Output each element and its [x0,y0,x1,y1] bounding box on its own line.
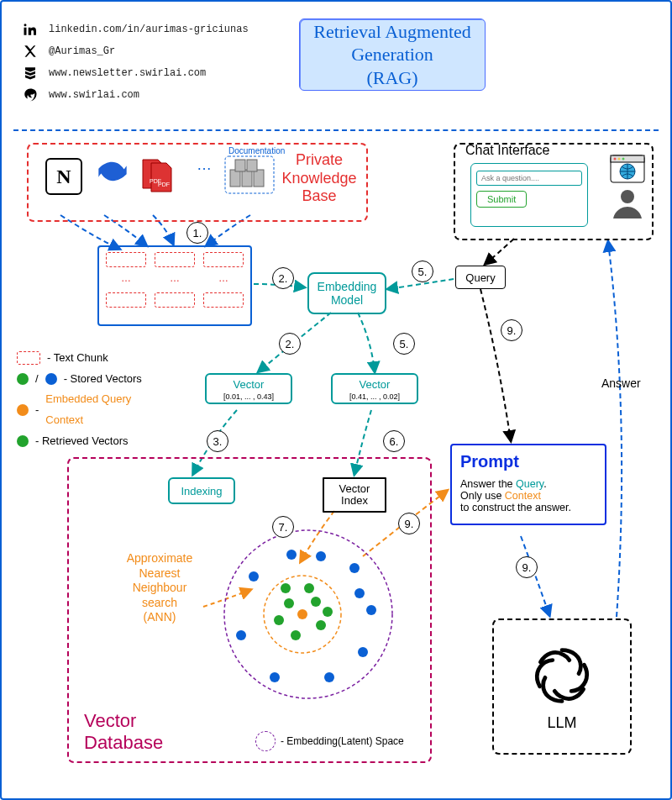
svg-point-14 [621,190,634,203]
indexing-node: Indexing [168,477,235,504]
diagram-title: Retrieval Augmented Generation (RAG) [299,18,486,91]
svg-rect-5 [254,170,264,187]
svg-point-23 [304,583,314,593]
x-handle: @Aurimas_Gr [49,45,115,57]
browser-icon [610,155,645,183]
linkedin-url: linkedin.com/in/aurimas-griciunas [49,24,249,35]
svg-point-21 [316,620,326,630]
svg-point-10 [614,158,617,161]
legend: - Text Chunk /- Stored Vectors -Embedded… [17,348,193,451]
svg-text:PDF: PDF [158,182,170,187]
legend-chunk: - Text Chunk [47,348,108,369]
swirl-url: www.swirlai.com [49,89,139,101]
svg-point-30 [270,672,280,682]
svg-point-35 [354,588,365,598]
vector-left-values: [0.01, ... , 0.43] [207,392,291,401]
svg-point-17 [297,609,307,619]
query-node: Query [455,266,506,289]
text-chunks: ……… [97,245,252,326]
swirl-icon [22,87,39,103]
step-9a: 9. [398,513,420,534]
svg-point-34 [286,550,297,560]
embedding-space [195,518,422,711]
vector-left-label: Vector [234,378,265,391]
notion-icon: N [45,158,82,195]
svg-point-25 [323,607,333,617]
vector-query: Vector [0.41, ... , 0.02] [331,373,418,404]
latent-space-text: - Embedding(Latent) Space [281,735,404,747]
chat-window: Submit [470,163,588,227]
step-2b: 2. [279,333,301,355]
user-icon [610,185,645,220]
step-5: 5. [412,261,433,282]
chat-interface: Chat Interface Submit [454,143,654,240]
chat-interface-label: Chat Interface [465,143,550,158]
svg-point-12 [622,158,625,161]
svg-point-33 [316,551,326,561]
step-9b: 9. [501,319,522,341]
linkedin-icon [22,21,39,38]
svg-point-29 [358,647,368,657]
svg-point-27 [349,563,360,573]
ann-search-label: Approximate Nearest Neighbour search (AN… [116,551,203,625]
bookmark-icon [22,65,39,82]
llm-node: LLM [492,618,632,755]
pkb-label: Private Knowledge Base [277,151,361,206]
svg-rect-7 [247,160,257,171]
svg-point-24 [281,583,291,593]
legend-stored: - Stored Vectors [64,369,142,390]
chat-submit-button[interactable]: Submit [476,191,527,208]
ellipsis: … [197,156,212,174]
prompt-heading: Prompt [460,452,596,471]
llm-label: LLM [547,714,576,732]
diagram-canvas: linkedin.com/in/aurimas-griciunas @Aurim… [0,0,672,800]
prompt-line-1: Answer the Query. [460,478,596,490]
newsletter-url: www.newsletter.swirlai.com [49,67,206,79]
step-1: 1. [186,222,208,244]
prompt-line-3: to construct the answer. [460,502,596,513]
legend-embedded: Embedded Query Context [45,389,131,430]
prompt-line-2: Only use Context [460,490,596,502]
step-6: 6. [383,430,405,452]
svg-point-11 [618,158,621,161]
svg-point-18 [284,598,294,608]
vector-database-label: Vector Database [84,710,163,753]
vector-chunks: Vector [0.01, ... , 0.43] [205,373,292,404]
author-contacts: linkedin.com/in/aurimas-griciunas @Aurim… [22,18,249,106]
step-3: 3. [207,430,228,452]
openai-icon [528,642,596,709]
svg-rect-6 [235,160,245,171]
svg-point-19 [311,597,321,607]
step-2: 2. [272,267,294,289]
x-icon [22,43,39,60]
vector-index-node: Vector Index [323,477,386,513]
latent-space-legend: - Embedding(Latent) Space [255,731,404,751]
svg-rect-3 [230,170,240,187]
vector-right-label: Vector [360,378,391,391]
svg-point-28 [366,605,376,615]
embedding-model: Embedding Model [307,272,386,314]
vector-database: Vector Database Indexing Vector Index Ap… [67,457,432,763]
prompt-template: Prompt Answer the Query. Only use Contex… [450,444,606,525]
step-7: 7. [272,516,294,538]
svg-point-26 [249,571,259,582]
svg-point-15 [224,530,392,698]
svg-point-20 [274,615,284,625]
svg-point-31 [324,672,334,682]
vector-right-values: [0.41, ... , 0.02] [333,392,417,401]
legend-retrieved: - Retrieved Vectors [35,431,129,452]
svg-rect-4 [242,170,252,187]
section-divider [13,129,659,131]
chat-question-input[interactable] [476,171,582,186]
svg-point-22 [291,630,301,640]
step-9c: 9. [516,556,538,578]
documentation-icon [223,153,277,200]
svg-point-32 [236,630,246,640]
pdf-icons: PDF PDF [138,158,185,198]
private-knowledge-base: Private Knowledge Base N PDF PDF … Docum… [27,143,368,222]
confluence-icon [96,155,129,188]
answer-label: Answer [601,376,641,390]
step-5b: 5. [393,333,415,355]
